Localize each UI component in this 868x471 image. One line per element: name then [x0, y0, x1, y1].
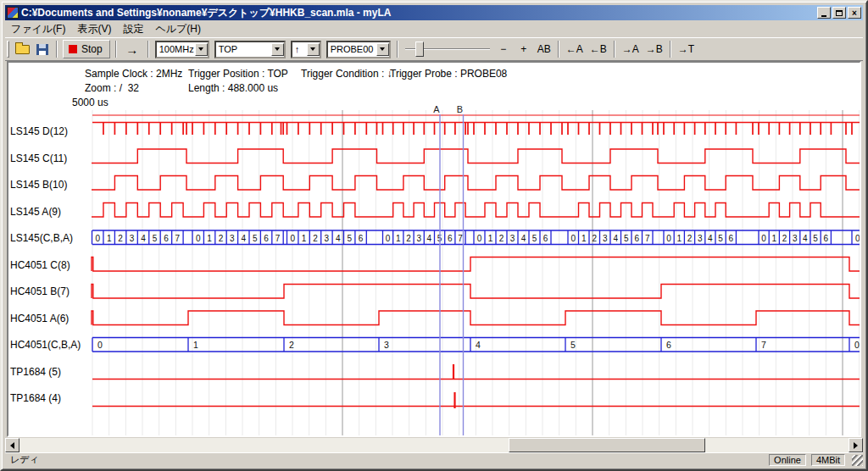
bus-value: 3	[230, 234, 235, 243]
cursor-label-a: A	[433, 104, 440, 114]
bus-value: 1	[207, 234, 212, 243]
menu-view[interactable]: 表示(V)	[71, 21, 117, 37]
bus-value: 2	[219, 234, 224, 243]
open-file-button[interactable]	[12, 40, 32, 58]
bus-value: 4	[141, 234, 146, 243]
bus-value: 1	[488, 234, 493, 243]
bus-value: 6	[729, 234, 734, 243]
cursor-b-right-button[interactable]: →B	[643, 40, 666, 58]
stop-button[interactable]: Stop	[63, 40, 110, 58]
status-ready-text: レディ	[5, 453, 769, 466]
signal-label: HC4051(C,B,A)	[10, 339, 81, 351]
menu-file[interactable]: ファイル(F)	[5, 21, 71, 37]
minimize-button[interactable]	[817, 7, 831, 19]
bus-value: 6	[359, 234, 364, 243]
toolbar-separator	[397, 41, 398, 58]
chevron-down-icon	[275, 47, 280, 53]
trigger-edge-combobox[interactable]: ↑	[291, 41, 321, 58]
bus-value: 1	[193, 340, 198, 350]
bus-value: 1	[396, 234, 401, 243]
bus-value: 0	[97, 340, 103, 350]
bus-value: 4	[803, 234, 808, 243]
bus-value: 6	[164, 234, 169, 243]
signal-label: TP1684 (4)	[10, 392, 61, 404]
signal-label: LS145 A(9)	[10, 206, 61, 218]
save-floppy-icon	[36, 44, 48, 55]
trigger-position-dropdown-button[interactable]	[271, 43, 284, 56]
trigger-position-combobox[interactable]: TOP	[214, 41, 286, 58]
bus-value: 0	[570, 234, 576, 243]
scroll-right-button[interactable]	[849, 438, 863, 452]
toolbar-separator	[558, 41, 559, 58]
horizontal-scrollbar[interactable]	[5, 438, 863, 452]
bus-value: 5	[624, 234, 629, 243]
scrollbar-thumb[interactable]	[509, 438, 705, 452]
bus-value: 5	[718, 234, 723, 243]
app-icon	[7, 7, 19, 19]
trigger-edge-dropdown-button[interactable]	[307, 43, 320, 56]
run-button[interactable]: →	[120, 40, 144, 58]
bus-value: 0	[666, 234, 671, 243]
zoom-out-button[interactable]: −	[493, 40, 514, 58]
toolbar-separator	[56, 41, 58, 58]
waveform-plot[interactable]: LS145 D(12)LS145 C(11)LS145 B(10)LS145 A…	[8, 63, 861, 437]
cursor-b-left-button[interactable]: ←B	[587, 40, 610, 58]
close-button[interactable]: ×	[848, 7, 861, 19]
bus-value: 7	[761, 340, 766, 350]
bus-value: 4	[242, 234, 247, 243]
ab-button[interactable]: AB	[534, 40, 554, 58]
clock-dropdown-button[interactable]	[195, 43, 208, 56]
cursor-a-right-button[interactable]: →A	[619, 40, 643, 58]
bus-value: 0	[196, 234, 201, 243]
zoom-slider[interactable]	[405, 40, 490, 58]
menu-settings[interactable]: 設定	[117, 21, 149, 37]
bus-value: 3	[603, 234, 608, 243]
stop-label: Stop	[81, 43, 103, 55]
bus-value: 4	[336, 234, 341, 243]
bus-value: 2	[499, 234, 504, 243]
bus-value: 0	[290, 234, 295, 243]
clock-combobox[interactable]: 100MHz	[155, 41, 209, 58]
probe-combobox[interactable]: PROBE00	[326, 41, 391, 58]
status-bar: レディ Online 4MBit	[5, 452, 863, 466]
bus-value: 6	[448, 234, 453, 243]
bus-value: 2	[592, 234, 597, 243]
arrow-right-icon	[854, 442, 861, 449]
bus-value: 4	[613, 234, 618, 243]
bus-value: 6	[824, 234, 829, 243]
cursor-a-left-button[interactable]: ←A	[563, 40, 587, 58]
scroll-left-button[interactable]	[5, 438, 19, 452]
bus-value: 0	[95, 234, 100, 243]
waveform-area[interactable]: Sample Clock : 2MHz Trigger Position : T…	[7, 61, 861, 437]
chevron-down-icon	[198, 47, 203, 53]
bus-value: 5	[813, 234, 818, 243]
toolbar-grip[interactable]	[7, 41, 9, 58]
signal-label: LS145 B(10)	[10, 179, 67, 191]
signal-label: LS145 C(11)	[10, 152, 67, 164]
save-file-button[interactable]	[32, 40, 53, 58]
scrollbar-track[interactable]	[19, 438, 849, 452]
bus-value: 0	[855, 234, 860, 243]
go-trigger-button[interactable]: →T	[675, 40, 698, 58]
bus-value: 6	[634, 234, 639, 243]
bus-value: 6	[543, 234, 548, 243]
probe-dropdown-button[interactable]	[376, 43, 389, 56]
bus-value: 3	[325, 234, 330, 243]
slider-thumb[interactable]	[415, 42, 424, 57]
bus-value: 2	[782, 234, 787, 243]
bus-value: 0	[477, 234, 482, 243]
bus-value: 7	[458, 234, 463, 243]
toolbar-separator	[115, 41, 117, 58]
bus-value: 6	[264, 234, 269, 243]
zoom-in-button[interactable]: +	[514, 40, 534, 58]
resize-grip-icon[interactable]	[852, 455, 863, 466]
menu-help[interactable]: ヘルプ(H)	[149, 21, 207, 37]
window-title: C:¥Documents and Settings¥noname¥デスクトップ¥…	[21, 6, 817, 20]
bus-value: 0	[761, 234, 766, 243]
maximize-button[interactable]	[832, 7, 846, 19]
toolbar-separator	[670, 41, 671, 58]
bus-value: 6	[666, 340, 671, 350]
bus-value: 4	[708, 234, 713, 243]
bus-value: 2	[118, 234, 123, 243]
bus-value: 1	[772, 234, 777, 243]
